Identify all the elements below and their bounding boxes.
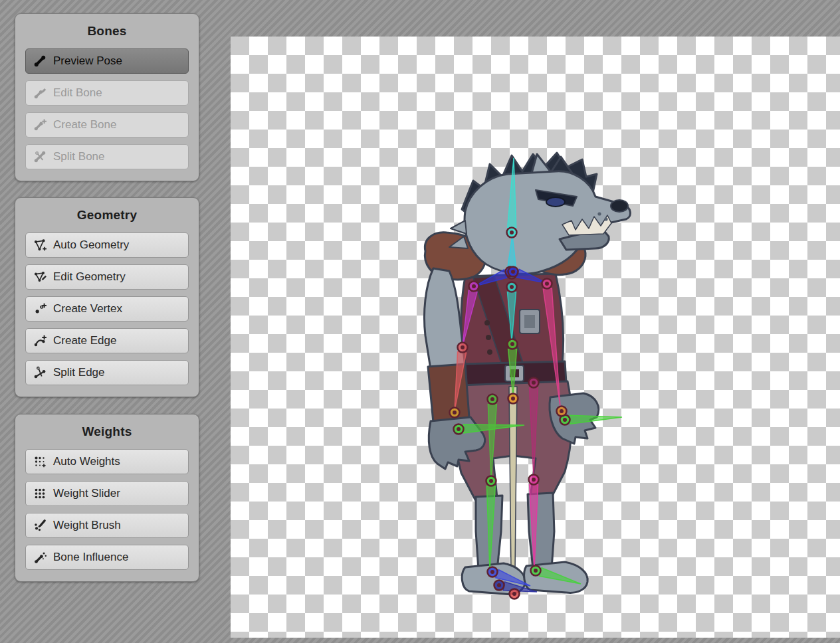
- joint-pivot-pelvis: [511, 397, 515, 401]
- panel-title-geometry: Geometry: [25, 208, 189, 223]
- auto-geometry-icon: [33, 238, 47, 252]
- bone-influence-icon: [33, 550, 47, 565]
- split-edge-icon: [33, 365, 47, 380]
- create-bone-button[interactable]: Create Bone: [25, 112, 189, 138]
- joint-pivot-hand-left: [457, 427, 461, 431]
- bone-influence-button[interactable]: Bone Influence: [25, 545, 189, 570]
- joint-pivot-forearm-left: [461, 345, 465, 349]
- joint-pivot-upper-arm-left: [472, 284, 476, 288]
- auto-weights-icon: [33, 454, 47, 469]
- create-edge-icon: [33, 333, 47, 348]
- panel-geometry: Geometry Auto Geometry Edit Geometry Cre…: [15, 197, 199, 397]
- split-edge-button[interactable]: Split Edge: [25, 360, 189, 385]
- joint-pivot-hand-right: [563, 418, 567, 422]
- joint-pivot-clavicle-right: [511, 270, 515, 274]
- panel-title-bones: Bones: [25, 24, 189, 39]
- joint-pivot-spine-lower: [510, 342, 514, 346]
- weight-brush-icon: [33, 518, 47, 533]
- create-edge-label: Create Edge: [53, 334, 116, 347]
- joint-pivot-shin-left: [489, 479, 493, 483]
- weight-slider-label: Weight Slider: [53, 487, 120, 500]
- bone-influence-label: Bone Influence: [53, 551, 128, 564]
- create-bone-label: Create Bone: [53, 118, 116, 132]
- weight-brush-label: Weight Brush: [53, 519, 121, 532]
- create-bone-icon: [33, 118, 47, 132]
- skinning-editor: { "panels": [ { "title": "Bones", "butto…: [0, 0, 840, 643]
- create-vertex-label: Create Vertex: [53, 302, 122, 316]
- split-bone-icon: [33, 149, 47, 164]
- create-vertex-icon: [33, 302, 47, 316]
- joint-pivot-toe-end: [512, 592, 516, 596]
- joint-pivot-head: [510, 230, 514, 234]
- weight-slider-icon: [33, 486, 47, 501]
- joint-pivot-thigh-right: [532, 381, 536, 385]
- edit-bone-button[interactable]: Edit Bone: [25, 80, 189, 106]
- edit-geometry-label: Edit Geometry: [53, 270, 126, 284]
- split-bone-label: Split Bone: [53, 150, 105, 163]
- joint-pivot-wrist-right: [560, 409, 564, 413]
- split-bone-button[interactable]: Split Bone: [25, 144, 189, 169]
- preview-pose-button[interactable]: Preview Pose: [25, 48, 189, 74]
- auto-weights-label: Auto Weights: [53, 455, 120, 468]
- joint-pivot-foot-right: [534, 569, 538, 573]
- panel-bones: Bones Preview Pose Edit Bone Create Bone…: [15, 13, 199, 181]
- auto-weights-button[interactable]: Auto Weights: [25, 449, 189, 474]
- create-vertex-button[interactable]: Create Vertex: [25, 296, 189, 322]
- joint-pivot-foot-left: [490, 570, 494, 574]
- panel-title-weights: Weights: [25, 424, 189, 439]
- preview-pose-label: Preview Pose: [53, 54, 122, 68]
- weight-slider-button[interactable]: Weight Slider: [25, 481, 189, 506]
- weight-brush-button[interactable]: Weight Brush: [25, 513, 189, 538]
- edit-geometry-button[interactable]: Edit Geometry: [25, 264, 189, 290]
- edit-bone-icon: [33, 86, 47, 100]
- auto-geometry-label: Auto Geometry: [53, 238, 129, 252]
- auto-geometry-button[interactable]: Auto Geometry: [25, 232, 189, 258]
- joint-pivot-shin-right: [532, 478, 536, 482]
- preview-pose-icon: [33, 54, 47, 68]
- joint-pivot-toe-left: [497, 583, 501, 587]
- panel-weights: Weights Auto Weights Weight Slider Weigh…: [15, 414, 199, 582]
- joint-pivot-thigh-left: [490, 397, 494, 401]
- edit-bone-label: Edit Bone: [53, 86, 102, 100]
- split-edge-label: Split Edge: [53, 366, 105, 379]
- edit-geometry-icon: [33, 270, 47, 284]
- joint-pivot-arm-right: [545, 282, 549, 286]
- joint-pivot-spine-upper: [510, 285, 514, 289]
- joint-pivot-wrist-left: [453, 411, 457, 414]
- create-edge-button[interactable]: Create Edge: [25, 328, 189, 353]
